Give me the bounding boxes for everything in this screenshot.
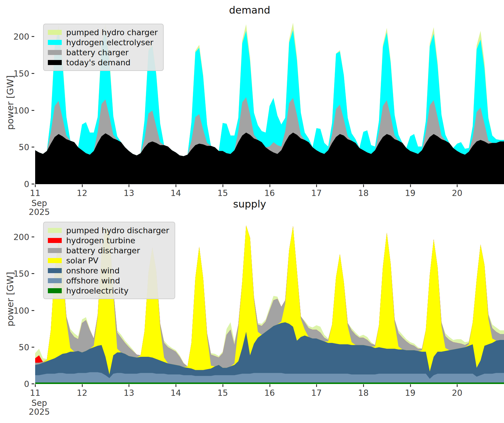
legend-item: hydrogen electrolyser xyxy=(48,37,158,47)
x-tick-label: 16 xyxy=(264,188,275,198)
legend-item: pumped hydro charger xyxy=(48,27,158,37)
y-tick-mark xyxy=(32,110,34,111)
legend-label: pumped hydro discharger xyxy=(66,226,169,235)
y-tick-label: 100 xyxy=(14,106,29,115)
y-tick-label: 200 xyxy=(14,32,29,42)
x-tick-label: 18 xyxy=(358,388,369,398)
x-axis-date-sublabel: 2025 xyxy=(29,407,50,417)
legend-label: battery discharger xyxy=(66,246,140,255)
legend-label: hydroelectricity xyxy=(66,286,129,295)
legend-item: hydroelectricity xyxy=(48,286,169,296)
y-tick-label: 100 xyxy=(14,306,29,315)
x-tick-mark xyxy=(175,384,176,387)
x-tick-label: 14 xyxy=(170,388,181,398)
demand-y-axis-label: power [GW] xyxy=(5,75,15,130)
x-tick-mark xyxy=(269,184,270,187)
legend-label: offshore wind xyxy=(66,276,120,285)
legend-item: solar PV xyxy=(48,255,169,265)
y-tick-label: 200 xyxy=(14,232,29,242)
supply-y-axis-label: power [GW] xyxy=(5,272,15,327)
legend-label: solar PV xyxy=(66,256,98,265)
y-tick-mark xyxy=(32,73,34,74)
y-tick-label: 150 xyxy=(14,269,29,279)
x-tick-label: 15 xyxy=(217,388,228,398)
x-tick-mark xyxy=(269,384,270,387)
x-tick-label: 12 xyxy=(77,188,87,198)
x-tick-mark xyxy=(222,184,223,187)
x-tick-label: 19 xyxy=(405,388,416,398)
y-tick-label: 50 xyxy=(19,142,29,152)
x-tick-mark xyxy=(363,384,364,387)
x-tick-label: 15 xyxy=(217,188,228,198)
y-tick-label: 150 xyxy=(14,69,29,79)
y-tick-mark xyxy=(32,310,34,311)
x-tick-label: 18 xyxy=(358,188,369,198)
x-tick-label: 11 xyxy=(30,188,40,198)
legend-swatch-icon xyxy=(48,30,62,35)
legend-label: hydrogen turbine xyxy=(66,236,135,245)
legend-item: today's demand xyxy=(48,57,158,67)
figure: demand power [GW] 050100150200 11Sep2025… xyxy=(0,0,504,423)
legend-label: pumped hydro charger xyxy=(66,28,158,37)
supply-chart-title: supply xyxy=(233,198,266,210)
x-tick-label: 17 xyxy=(311,388,322,398)
y-tick-mark xyxy=(32,383,34,384)
x-tick-mark xyxy=(82,184,83,187)
x-tick-mark xyxy=(457,384,458,387)
x-tick-mark xyxy=(35,384,36,387)
area-hydroelectricity xyxy=(35,383,504,384)
legend-item: battery charger xyxy=(48,47,158,57)
y-tick-label: 0 xyxy=(24,179,29,189)
x-tick-label: 19 xyxy=(405,188,416,198)
legend-item: offshore wind xyxy=(48,275,169,286)
x-tick-label: 20 xyxy=(452,388,462,398)
demand-chart-title: demand xyxy=(229,4,270,16)
x-tick-label: 13 xyxy=(124,388,134,398)
y-tick-mark xyxy=(32,273,34,274)
legend-swatch-icon xyxy=(48,258,62,263)
legend-swatch-icon xyxy=(48,288,62,293)
x-tick-mark xyxy=(129,184,129,187)
x-tick-mark xyxy=(222,384,223,387)
legend-label: battery charger xyxy=(66,48,129,57)
legend-swatch-icon xyxy=(48,50,62,55)
x-tick-mark xyxy=(316,184,317,187)
x-tick-mark xyxy=(363,184,364,187)
x-tick-mark xyxy=(129,384,129,387)
y-tick-mark xyxy=(32,147,34,148)
x-tick-label: 14 xyxy=(170,188,181,198)
y-tick-label: 50 xyxy=(19,342,29,352)
y-tick-label: 0 xyxy=(24,379,29,389)
supply-legend: pumped hydro dischargerhydrogen turbineb… xyxy=(43,222,175,299)
legend-swatch-icon xyxy=(48,60,62,65)
legend-item: hydrogen turbine xyxy=(48,235,169,245)
x-tick-label: 20 xyxy=(452,188,462,198)
x-tick-mark xyxy=(457,184,458,187)
x-axis-date-sublabel: Sep xyxy=(32,398,47,408)
x-tick-mark xyxy=(410,184,411,187)
y-tick-mark xyxy=(32,236,34,237)
legend-swatch-icon xyxy=(48,40,62,45)
legend-swatch-icon xyxy=(48,278,62,283)
legend-label: today's demand xyxy=(66,58,131,67)
y-tick-mark xyxy=(32,184,34,184)
x-tick-mark xyxy=(316,384,317,387)
x-tick-label: 12 xyxy=(77,388,87,398)
legend-swatch-icon xyxy=(48,228,62,233)
legend-swatch-icon xyxy=(48,268,62,273)
x-tick-label: 13 xyxy=(124,188,134,198)
legend-swatch-icon xyxy=(48,238,62,243)
legend-label: onshore wind xyxy=(66,266,120,275)
x-tick-label: 11 xyxy=(30,388,40,398)
x-tick-label: 17 xyxy=(311,188,322,198)
x-tick-mark xyxy=(35,184,36,187)
x-tick-mark xyxy=(410,384,411,387)
y-tick-mark xyxy=(32,347,34,348)
demand-legend: pumped hydro chargerhydrogen electrolyse… xyxy=(43,24,164,71)
legend-item: pumped hydro discharger xyxy=(48,225,169,235)
y-tick-mark xyxy=(32,36,34,37)
legend-label: hydrogen electrolyser xyxy=(66,38,153,47)
legend-item: onshore wind xyxy=(48,265,169,275)
x-axis-date-sublabel: 2025 xyxy=(29,207,50,217)
legend-item: battery discharger xyxy=(48,245,169,255)
